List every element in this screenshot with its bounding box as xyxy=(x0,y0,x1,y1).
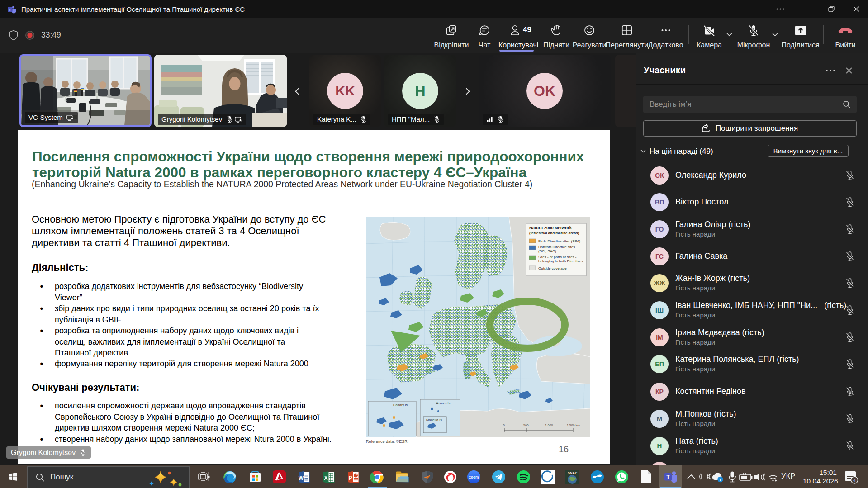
svg-text:belonging to both Directives: belonging to both Directives xyxy=(538,259,583,263)
svg-text:P: P xyxy=(348,475,352,481)
svg-text:Birds Directive sites (SPA): Birds Directive sites (SPA) xyxy=(538,239,581,243)
svg-text:W: W xyxy=(299,475,304,481)
svg-text:Habitats Directive sites: Habitats Directive sites xyxy=(538,245,575,249)
svg-text:(terrestrial and marine areas): (terrestrial and marine areas) xyxy=(529,231,579,235)
svg-text:SNAP: SNAP xyxy=(568,471,577,475)
svg-text:500: 500 xyxy=(523,424,529,427)
svg-text:X: X xyxy=(324,475,327,481)
svg-text:zoom: zoom xyxy=(469,475,479,479)
svg-text:i: i xyxy=(720,477,721,482)
svg-text:Madeira Is.: Madeira Is. xyxy=(426,418,443,422)
svg-text:T: T xyxy=(666,474,670,480)
svg-text:1 500 km: 1 500 km xyxy=(567,424,580,427)
svg-text:T: T xyxy=(9,8,11,12)
svg-text:Canary Is.: Canary Is. xyxy=(393,403,408,407)
svg-text:Natura 2000 Network: Natura 2000 Network xyxy=(529,225,572,230)
svg-text:0: 0 xyxy=(503,424,505,427)
svg-text:4: 4 xyxy=(853,478,856,483)
svg-text:Outside coverage: Outside coverage xyxy=(538,266,567,270)
svg-text:Azores Is.: Azores Is. xyxy=(436,401,451,405)
svg-text:Sites - or parts of sites -: Sites - or parts of sites - xyxy=(538,255,577,259)
svg-text:1 000: 1 000 xyxy=(545,424,553,427)
svg-text:(SCI, SAC): (SCI, SAC) xyxy=(538,249,556,253)
